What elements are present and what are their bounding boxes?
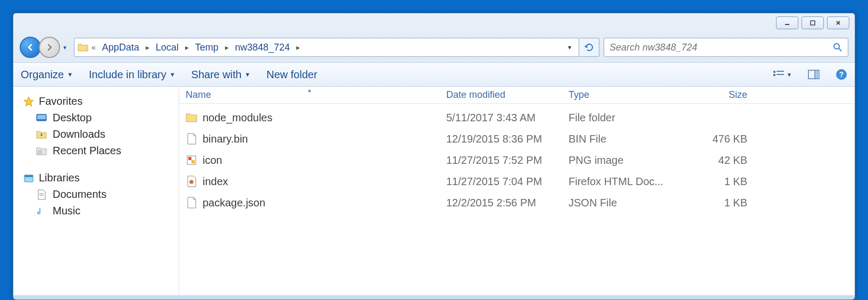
help-button[interactable]: ? [836,69,847,80]
svg-point-2 [834,44,839,49]
recent-places-icon [36,145,47,157]
file-date: 12/19/2015 8:36 PM [440,131,562,147]
file-size [685,115,754,120]
favorites-label: Favorites [39,95,82,107]
view-options-button[interactable]: ▼ [773,70,792,79]
svg-rect-5 [777,71,784,72]
breadcrumb-chevron-icon[interactable]: ▸ [295,43,301,52]
search-input[interactable] [610,42,833,53]
file-size: 42 KB [685,152,754,169]
minimize-button[interactable] [776,16,798,29]
column-header-size[interactable]: Size [685,87,754,103]
window-controls [776,16,849,29]
refresh-button[interactable] [579,38,599,57]
music-icon [36,205,47,217]
folder-icon [186,112,197,123]
preview-pane-button[interactable] [808,70,820,79]
svg-rect-10 [815,71,819,78]
navigation-row: ▼ « AppData ▸ Local ▸ Temp ▸ nw3848_724 … [13,13,855,62]
column-header-name[interactable]: ▴ Name [179,87,440,103]
file-type: JSON File [562,195,685,211]
file-type: BIN File [562,131,685,147]
back-button[interactable] [20,37,41,58]
favorites-group: Favorites Desktop Downloads Recent Place… [18,93,174,159]
breadcrumb-segment[interactable]: Temp [192,41,222,54]
breadcrumb-chevron-icon[interactable]: ▸ [184,43,190,52]
address-bar[interactable]: « AppData ▸ Local ▸ Temp ▸ nw3848_724 ▸ … [74,38,579,57]
file-date: 11/27/2015 7:04 PM [440,173,562,190]
file-date: 12/2/2015 2:56 PM [440,195,562,211]
svg-rect-17 [24,175,33,177]
sidebar-item-desktop[interactable]: Desktop [18,110,174,126]
file-row[interactable]: binary.bin12/19/2015 8:36 PMBIN File476 … [179,128,855,149]
file-row[interactable]: index11/27/2015 7:04 PMFirefox HTML Doc.… [179,171,855,192]
breadcrumb-chevron-icon[interactable]: ▸ [224,43,230,52]
breadcrumb-segment[interactable]: AppData [99,41,143,54]
svg-rect-22 [191,160,195,163]
breadcrumb-segment[interactable]: nw3848_724 [232,41,293,54]
file-size: 1 KB [685,195,754,211]
svg-rect-6 [773,74,775,76]
breadcrumb-segment[interactable]: Local [153,41,182,54]
file-icon [186,133,197,145]
column-header-type[interactable]: Type [562,87,685,103]
search-icon[interactable] [833,43,842,52]
breadcrumb-chevron-icon[interactable]: ▸ [145,43,151,52]
libraries-header[interactable]: Libraries [18,170,174,186]
svg-rect-4 [773,71,775,73]
file-list: ▴ Name Date modified Type Size node_modu… [179,87,855,295]
organize-label: Organize [21,69,64,81]
nav-history-dropdown[interactable]: ▼ [60,45,70,51]
share-with-menu[interactable]: Share with▼ [191,69,251,81]
chevron-down-icon: ▼ [170,71,176,78]
svg-text:?: ? [839,70,844,79]
content-area: Favorites Desktop Downloads Recent Place… [13,87,855,295]
file-name: package.json [203,197,265,209]
file-name: binary.bin [203,133,248,145]
maximize-button[interactable] [802,16,824,29]
svg-rect-7 [777,74,784,75]
file-type: PNG image [562,152,685,169]
close-button[interactable] [827,16,849,29]
search-bar[interactable] [604,38,848,57]
column-header-date[interactable]: Date modified [440,87,562,103]
column-label: Name [186,89,211,100]
svg-point-24 [190,181,193,183]
file-row[interactable]: package.json12/2/2015 2:56 PMJSON File1 … [179,192,855,213]
star-icon [23,96,35,107]
file-date: 5/11/2017 3:43 AM [440,110,562,126]
file-name: icon [203,154,222,166]
sidebar-item-music[interactable]: Music [18,203,174,219]
chevron-down-icon: ▼ [787,72,792,78]
file-type: Firefox HTML Doc... [562,173,685,190]
include-label: Include in library [89,69,166,81]
organize-menu[interactable]: Organize▼ [21,69,73,81]
share-label: Share with [191,69,242,81]
navigation-pane: Favorites Desktop Downloads Recent Place… [13,87,179,295]
new-folder-button[interactable]: New folder [266,69,318,81]
file-icon [186,197,197,209]
column-label: Type [569,89,589,100]
forward-button[interactable] [39,37,60,58]
sort-ascending-icon: ▴ [308,87,311,94]
file-name: index [203,176,228,188]
breadcrumb-root-chevron[interactable]: « [90,43,97,52]
sidebar-item-label: Recent Places [53,145,121,157]
file-rows: node_modules5/11/2017 3:43 AMFile folder… [179,104,855,213]
documents-icon [36,189,47,201]
sidebar-item-documents[interactable]: Documents [18,186,174,203]
sidebar-item-recent[interactable]: Recent Places [18,143,174,159]
favorites-header[interactable]: Favorites [18,93,174,110]
downloads-icon [36,129,47,140]
sidebar-item-downloads[interactable]: Downloads [18,126,174,143]
explorer-window: ▼ « AppData ▸ Local ▸ Temp ▸ nw3848_724 … [13,13,855,300]
libraries-group: Libraries Documents Music [18,170,174,219]
file-row[interactable]: node_modules5/11/2017 3:43 AMFile folder [179,107,855,128]
sidebar-item-label: Downloads [53,128,105,140]
include-in-library-menu[interactable]: Include in library▼ [89,69,176,81]
address-dropdown[interactable]: ▾ [564,44,575,51]
libraries-label: Libraries [39,172,80,184]
column-headers: ▴ Name Date modified Type Size [179,87,855,104]
sidebar-item-label: Documents [53,188,106,201]
file-row[interactable]: icon11/27/2015 7:52 PMPNG image42 KB [179,149,855,171]
